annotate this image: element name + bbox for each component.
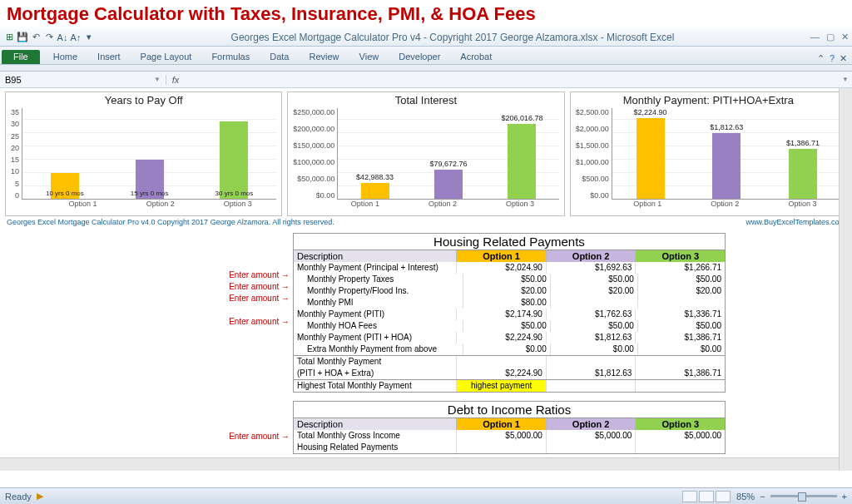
prompt-column: Enter amount → Enter amount → Enter amou… — [126, 233, 293, 454]
vertical-scrollbar[interactable] — [839, 88, 852, 471]
undo-icon[interactable]: ↶ — [30, 32, 42, 43]
copyright-text: Georges Excel Mortgage Calculator Pro v4… — [7, 218, 334, 226]
chart-monthly[interactable]: Monthly Payment: PITI+HOA+Extra $2,500.0… — [570, 91, 847, 216]
status-ready: Ready — [5, 492, 32, 502]
plot-area: $2,224.90$1,812.63$1,386.71 — [612, 108, 841, 200]
macro-icon[interactable]: ▶ — [37, 491, 43, 502]
minimize-icon[interactable]: — — [810, 32, 820, 42]
chart-title: Monthly Payment: PITI+HOA+Extra — [576, 94, 841, 106]
zoom-in-icon[interactable]: + — [842, 492, 847, 502]
zoom-out-icon[interactable]: − — [760, 492, 765, 502]
housing-payments-table[interactable]: Housing Related Payments Description Opt… — [293, 233, 726, 393]
highest-row: Highest Total Monthly Payment highest pa… — [294, 379, 725, 392]
total-row: Total Monthly Payment — [294, 355, 725, 368]
help-icon[interactable]: ? — [830, 53, 835, 64]
table-row[interactable]: Total Monthly Gross Income$5,000.00$5,00… — [294, 430, 725, 442]
minimize-ribbon-icon[interactable]: ⌃ — [817, 53, 825, 64]
zoom-level[interactable]: 85% — [736, 492, 755, 502]
chart-title: Total Interest — [293, 94, 558, 106]
formula-bar-row: B95▼ fx ▼ — [0, 72, 852, 88]
page-break-view-icon[interactable] — [716, 491, 731, 502]
x-axis: Option 1Option 2Option 3 — [326, 200, 558, 208]
quick-access-toolbar: ⊞ 💾 ↶ ↷ A↓ A↑ ▾ — [3, 32, 95, 43]
tab-data[interactable]: Data — [260, 49, 299, 64]
worksheet-area[interactable]: Years to Pay Off 35302520151050 10 yrs 0… — [0, 88, 852, 471]
y-axis: 35302520151050 — [11, 108, 22, 200]
x-axis: Option 1Option 2Option 3 — [609, 200, 841, 208]
sort-asc-icon[interactable]: A↓ — [57, 32, 68, 43]
ribbon-body — [0, 65, 852, 72]
status-bar: Ready ▶ 85% − + — [0, 487, 852, 504]
website-link[interactable]: www.BuyExcelTemplates.com — [746, 218, 845, 226]
table-row[interactable]: Monthly Payment (PITI + HOA)$2,224.90$1,… — [294, 332, 725, 343]
excel-icon: ⊞ — [3, 32, 15, 43]
close-icon[interactable]: ✕ — [841, 32, 849, 42]
table-row[interactable]: Monthly Payment (Principal + Interest)$2… — [294, 262, 725, 274]
y-axis: $250,000.00$200,000.00$150,000.00$100,00… — [293, 108, 337, 200]
table-row[interactable]: Monthly Property Taxes$50.00$50.00$50.00 — [294, 274, 725, 285]
chevron-down-icon[interactable]: ▼ — [154, 76, 161, 83]
x-axis: Option 1Option 2Option 3 — [44, 200, 276, 208]
tab-acrobat[interactable]: Acrobat — [450, 49, 502, 64]
sort-desc-icon[interactable]: A↑ — [70, 32, 82, 43]
maximize-icon[interactable]: ▢ — [826, 32, 835, 42]
table-header-row: Description Option 1 Option 2 Option 3 — [294, 418, 725, 430]
plot-area: 10 yrs 0 mos15 yrs 0 mos30 yrs 0 mos — [22, 108, 276, 200]
total-row: (PITI + HOA + Extra) $2,224.90 $1,812.63… — [294, 368, 725, 379]
table-header-row: Description Option 1 Option 2 Option 3 — [294, 250, 725, 262]
file-tab[interactable]: File — [2, 50, 40, 64]
tab-view[interactable]: View — [349, 49, 389, 64]
fx-icon[interactable]: fx — [166, 75, 185, 85]
y-axis: $2,500.00$2,000.00$1,500.00$1,000.00$500… — [576, 108, 612, 200]
table-row[interactable]: Monthly PMI$80.00 — [294, 297, 725, 309]
tab-home[interactable]: Home — [43, 49, 87, 64]
zoom-slider[interactable] — [770, 495, 837, 497]
plot-area: $42,988.33$79,672.76$206,016.78 — [337, 108, 558, 200]
table-title: Debt to Income Ratios — [294, 402, 725, 418]
tab-formulas[interactable]: Formulas — [201, 49, 260, 64]
normal-view-icon[interactable] — [682, 491, 697, 502]
qat-dropdown-icon[interactable]: ▾ — [83, 32, 95, 43]
table-row[interactable]: Extra Monthly Payment from above$0.00$0.… — [294, 343, 725, 355]
debt-income-table[interactable]: Debt to Income Ratios Description Option… — [293, 401, 726, 454]
tab-developer[interactable]: Developer — [389, 49, 450, 64]
titlebar: ⊞ 💾 ↶ ↷ A↓ A↑ ▾ Georges Excel Mortgage C… — [0, 28, 852, 47]
ribbon-tabs: File Home Insert Page Layout Formulas Da… — [0, 47, 852, 65]
save-icon[interactable]: 💾 — [17, 32, 28, 43]
chart-interest[interactable]: Total Interest $250,000.00$200,000.00$15… — [287, 91, 564, 216]
tab-insert[interactable]: Insert — [87, 49, 131, 64]
table-title: Housing Related Payments — [294, 234, 725, 250]
page-banner: Mortgage Calculator with Taxes, Insuranc… — [0, 0, 852, 28]
table-row[interactable]: Monthly Payment (PITI)$2,174.90$1,762.63… — [294, 309, 725, 320]
redo-icon[interactable]: ↷ — [43, 32, 55, 43]
horizontal-scrollbar[interactable] — [0, 457, 839, 471]
table-row[interactable]: Monthly HOA Fees$50.00$50.00$50.00 — [294, 320, 725, 332]
tab-page-layout[interactable]: Page Layout — [131, 49, 202, 64]
page-layout-view-icon[interactable] — [699, 491, 714, 502]
tab-review[interactable]: Review — [299, 49, 349, 64]
chart-years[interactable]: Years to Pay Off 35302520151050 10 yrs 0… — [5, 91, 282, 216]
chart-title: Years to Pay Off — [11, 94, 276, 106]
expand-formula-bar-icon[interactable]: ▼ — [839, 76, 852, 83]
window-title: Georges Excel Mortgage Calculator Pro v4… — [95, 32, 810, 43]
name-box[interactable]: B95▼ — [0, 75, 166, 85]
doc-close-icon[interactable]: ✕ — [840, 53, 847, 64]
table-row[interactable]: Housing Related Payments — [294, 442, 725, 453]
table-row[interactable]: Monthly Property/Flood Ins.$20.00$20.00$… — [294, 285, 725, 297]
